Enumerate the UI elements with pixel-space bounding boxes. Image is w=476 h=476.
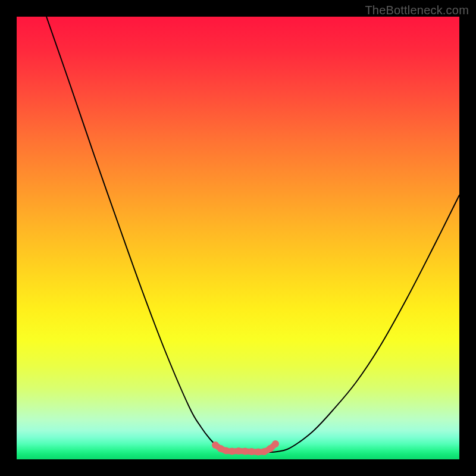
left-branch-line <box>46 17 224 450</box>
marker-dot <box>235 447 242 455</box>
marker-dot <box>228 448 236 455</box>
bottom-marker-group <box>212 440 279 456</box>
right-branch-line <box>265 195 459 452</box>
curve-svg <box>17 17 459 459</box>
marker-dot <box>267 445 274 452</box>
marker-dot <box>272 440 279 447</box>
plot-area <box>17 17 459 459</box>
marker-dot <box>248 448 255 455</box>
marker-dot <box>242 448 249 455</box>
chart-stage: TheBottleneck.com <box>0 0 476 476</box>
watermark-text: TheBottleneck.com <box>365 4 469 17</box>
